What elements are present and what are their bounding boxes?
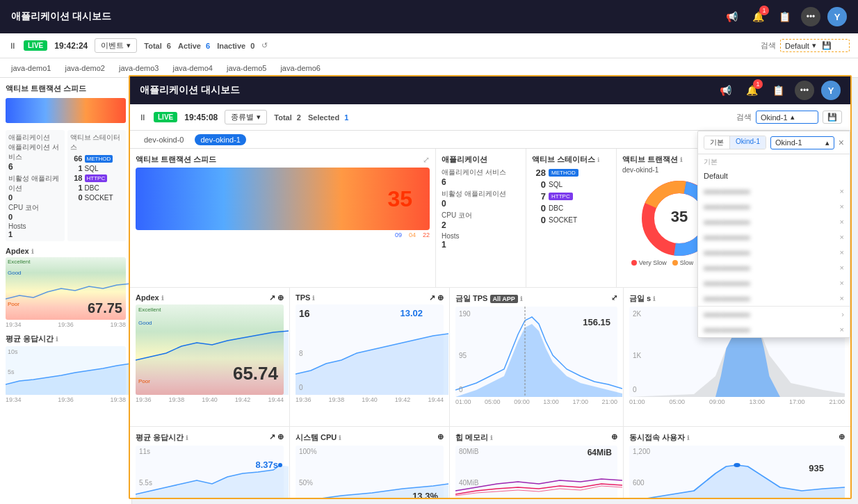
- tx-speed-times: 09 04 22: [136, 231, 430, 238]
- megaphone-icon[interactable]: 📢: [722, 7, 741, 26]
- overlay-more-icon[interactable]: •••: [795, 81, 814, 100]
- as-method-row: 28 METHOD: [532, 168, 610, 178]
- app-tab-java-demo5[interactable]: java-demo5: [224, 63, 269, 74]
- item-8-close[interactable]: ×: [840, 294, 844, 302]
- legend-slow: Slow: [672, 259, 694, 266]
- tx-speed-expand[interactable]: ⤢: [423, 155, 430, 165]
- active-users-expand[interactable]: ⊕: [839, 432, 845, 441]
- dropdown-item-5[interactable]: ●●●●●●●●●●● ×: [698, 245, 850, 260]
- pause-button[interactable]: ⏸: [8, 41, 17, 51]
- heap-memory-expand[interactable]: ⊕: [611, 432, 617, 441]
- overlay-megaphone-icon[interactable]: 📢: [715, 81, 735, 100]
- copy-icon[interactable]: 📋: [775, 7, 794, 26]
- app-tab-java-demo3[interactable]: java-demo3: [116, 63, 161, 74]
- user-avatar[interactable]: Y: [827, 7, 847, 26]
- item-7-close[interactable]: ×: [840, 279, 844, 287]
- sidebar-method-val: 66: [70, 154, 83, 163]
- sidebar-dbc-label: DBC: [85, 184, 99, 192]
- item-2-close[interactable]: ×: [840, 202, 844, 211]
- item-1-close[interactable]: ×: [840, 187, 844, 195]
- daily-s-times: 01:0005:0009:0013:0017:0021:00: [629, 398, 845, 405]
- overlay-copy-icon[interactable]: 📋: [768, 81, 788, 100]
- sidebar-dbc-row: 1 DBC: [70, 184, 124, 192]
- app-tab-java-demo4[interactable]: java-demo4: [170, 63, 215, 74]
- sidebar-response-time: 19:34 19:36 19:38: [6, 396, 126, 403]
- active-label: Active: [178, 42, 201, 50]
- overlay-notification-icon[interactable]: 🔔 1: [742, 81, 761, 100]
- daily-tps-times: 01:0005:0009:0013:0017:0021:00: [455, 398, 617, 405]
- dropdown-item-4[interactable]: ●●●●●●●●●●● ×: [698, 229, 850, 245]
- tps-cell: TPS ℹ ↗ ⊕ 16 13.02 8 0: [290, 288, 450, 426]
- refresh-icon[interactable]: ↺: [261, 41, 268, 50]
- system-cpu-expand[interactable]: ⊕: [437, 432, 444, 441]
- item-4-close[interactable]: ×: [840, 233, 844, 241]
- blurred-item-7: ●●●●●●●●●●●: [704, 279, 750, 287]
- dropdown-item-6[interactable]: ●●●●●●●●●●● ×: [698, 260, 850, 275]
- dropdown-close-x[interactable]: ×: [839, 137, 844, 148]
- overlay-header: 애플리케이션 대시보드 📢 🔔 1 📋 ••• Y: [130, 76, 850, 104]
- tps-icons[interactable]: ↗ ⊕: [429, 293, 444, 302]
- app-tab-java-demo2[interactable]: java-demo2: [62, 63, 107, 74]
- top-bar-icons: 📢 🔔 1 📋 ••• Y: [722, 7, 847, 26]
- dropdown-item-2[interactable]: ●●●●●●●●●●● ×: [698, 199, 850, 214]
- bottom-close-2[interactable]: ×: [840, 325, 844, 334]
- tps-y-0: 0: [299, 384, 303, 391]
- dropdown-item-7[interactable]: ●●●●●●●●●●● ×: [698, 275, 850, 291]
- dropdown-search-field[interactable]: Okind-1 ▴: [770, 136, 834, 149]
- sidebar-app-label: 애플리케이션: [8, 133, 62, 143]
- sidebar-httpc-badge: HTTPC: [85, 174, 108, 182]
- overlay-pause-btn[interactable]: ⏸: [138, 113, 147, 122]
- item-6-close[interactable]: ×: [840, 263, 844, 272]
- dropdown-item-8[interactable]: ●●●●●●●●●●● ×: [698, 291, 850, 306]
- apdex-time-3: 19:38: [110, 321, 126, 328]
- poor-label: Poor: [8, 301, 19, 307]
- app-status-title: 애플리케이션: [442, 154, 520, 165]
- sidebar-sql-row: 1 SQL: [70, 164, 124, 172]
- sidebar-socket-label: SOCKET: [85, 194, 113, 202]
- as-dbc-row: 0 DBC: [532, 203, 610, 213]
- search-select-wrapper[interactable]: Default ▾ 💾: [780, 39, 850, 52]
- daily-tps-expand[interactable]: ⤢: [611, 293, 617, 302]
- sidebar-hosts-val: 1: [8, 230, 62, 238]
- daily-tps-cell: 금일 TPS All APP ℹ ⤢: [450, 288, 624, 426]
- more-icon[interactable]: •••: [801, 7, 820, 26]
- overlay-tab-dev-okind-0[interactable]: dev-okind-0: [138, 134, 189, 145]
- sidebar-apdex: Apdex ℹ 67.75 Excellent Good Poor 19:34 …: [6, 247, 126, 328]
- event-button[interactable]: 이벤트 ▾: [95, 38, 137, 53]
- dropdown-tab-basic[interactable]: 기본: [704, 136, 730, 149]
- item-3-close[interactable]: ×: [840, 218, 844, 226]
- active-users-chart: 1,200 600 0 935: [629, 446, 845, 499]
- dropdown-item-1[interactable]: ●●●●●●●●●●● ×: [698, 184, 850, 199]
- save-icon[interactable]: 💾: [822, 41, 832, 50]
- dropdown-item-3[interactable]: ●●●●●●●●●●● ×: [698, 214, 850, 229]
- bottom-expand[interactable]: ›: [841, 310, 844, 318]
- as-sql-row: 0 SQL: [532, 179, 610, 190]
- live-badge: LIVE: [24, 40, 47, 51]
- avg-response-icons[interactable]: ↗ ⊕: [269, 432, 284, 441]
- item-5-close[interactable]: ×: [840, 248, 844, 257]
- dropdown-tab-okind1[interactable]: Okind-1: [730, 136, 766, 149]
- apdex-icons[interactable]: ↗ ⊕: [269, 293, 284, 302]
- overlay-type-btn[interactable]: 종류별 ▾: [225, 110, 267, 124]
- overlay-save-icon[interactable]: 💾: [823, 111, 842, 124]
- tx-time-09: 09: [395, 231, 402, 238]
- active-status-info: ℹ: [597, 156, 599, 163]
- dropdown-item-default[interactable]: Default: [698, 168, 850, 184]
- overlay-avatar[interactable]: Y: [821, 81, 841, 100]
- overlay-search-dropdown[interactable]: Okind-1 ▴: [756, 111, 818, 124]
- active-status-header: 액티브 스테이터스 ℹ: [532, 154, 610, 165]
- blurred-item-5: ●●●●●●●●●●●: [704, 249, 750, 257]
- inactive-label: Inactive: [217, 42, 245, 50]
- legend-very-slow: Very Slow: [631, 259, 667, 266]
- app-tab-java-demo6[interactable]: java-demo6: [277, 63, 323, 74]
- overlay-tab-dev-okind-1[interactable]: dev-okind-1: [195, 134, 245, 145]
- tps-chart: 16 13.02 8 0: [296, 304, 444, 395]
- dropdown-bottom-item[interactable]: ●●●●●●●●●●● ›: [698, 306, 850, 322]
- sidebar-inactive-val: 0: [8, 193, 62, 202]
- app-tab-java-demo1[interactable]: java-demo1: [8, 63, 54, 74]
- dropdown-bottom-item2[interactable]: ●●●●●●●●●●● ×: [698, 322, 850, 337]
- svg-marker-13: [455, 324, 622, 397]
- system-cpu-chart: 100% 50% 0 13.3%: [296, 446, 444, 499]
- notification-icon[interactable]: 🔔 1: [748, 7, 768, 26]
- event-chevron: ▾: [127, 41, 131, 50]
